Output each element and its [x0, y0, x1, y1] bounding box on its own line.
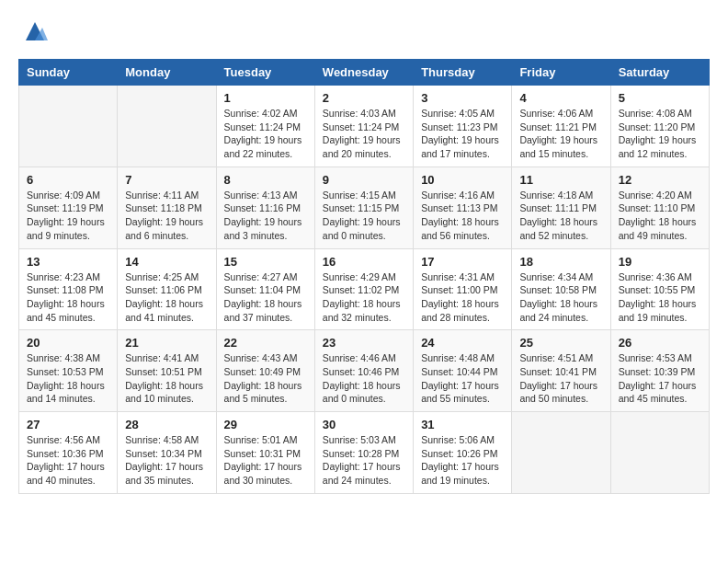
calendar-cell: 16 Sunrise: 4:29 AM Sunset: 11:02 PM Day…: [314, 248, 413, 330]
weekday-header-thursday: Thursday: [414, 60, 512, 86]
day-info: Sunrise: 4:38 AM Sunset: 10:53 PM Daylig…: [27, 351, 109, 406]
day-number: 27: [27, 418, 109, 431]
day-number: 8: [224, 173, 307, 187]
calendar-cell: 7 Sunrise: 4:11 AM Sunset: 11:18 PM Dayl…: [118, 167, 216, 248]
calendar-cell: 3 Sunrise: 4:05 AM Sunset: 11:23 PM Dayl…: [414, 86, 512, 167]
day-number: 26: [619, 336, 701, 350]
day-number: 17: [421, 255, 504, 269]
calendar-week-3: 13 Sunrise: 4:23 AM Sunset: 11:08 PM Day…: [19, 248, 710, 330]
calendar-week-4: 20 Sunrise: 4:38 AM Sunset: 10:53 PM Day…: [19, 330, 710, 412]
calendar-cell: 26 Sunrise: 4:53 AM Sunset: 10:39 PM Day…: [610, 330, 709, 412]
day-number: 12: [619, 173, 701, 187]
day-info: Sunrise: 4:48 AM Sunset: 10:44 PM Daylig…: [421, 351, 504, 406]
day-info: Sunrise: 4:53 AM Sunset: 10:39 PM Daylig…: [619, 351, 701, 406]
calendar-cell: 13 Sunrise: 4:23 AM Sunset: 11:08 PM Day…: [19, 248, 118, 330]
day-info: Sunrise: 4:08 AM Sunset: 11:20 PM Daylig…: [619, 107, 701, 161]
weekday-header-row: SundayMondayTuesdayWednesdayThursdayFrid…: [19, 60, 710, 86]
day-info: Sunrise: 4:05 AM Sunset: 11:23 PM Daylig…: [421, 107, 504, 161]
calendar-cell: 11 Sunrise: 4:18 AM Sunset: 11:11 PM Day…: [512, 167, 610, 248]
day-number: 24: [421, 336, 504, 350]
day-info: Sunrise: 4:02 AM Sunset: 11:24 PM Daylig…: [224, 107, 307, 161]
calendar-cell: 25 Sunrise: 4:51 AM Sunset: 10:41 PM Day…: [512, 330, 610, 412]
day-info: Sunrise: 4:15 AM Sunset: 11:15 PM Daylig…: [323, 189, 405, 243]
calendar-body: 1 Sunrise: 4:02 AM Sunset: 11:24 PM Dayl…: [19, 86, 710, 494]
day-info: Sunrise: 4:13 AM Sunset: 11:16 PM Daylig…: [224, 189, 307, 243]
calendar-cell: [118, 86, 216, 167]
calendar-week-1: 1 Sunrise: 4:02 AM Sunset: 11:24 PM Dayl…: [19, 86, 710, 167]
day-number: 20: [27, 336, 109, 350]
day-info: Sunrise: 4:58 AM Sunset: 10:34 PM Daylig…: [125, 433, 208, 488]
day-number: 21: [125, 336, 208, 350]
day-number: 14: [125, 255, 208, 269]
day-info: Sunrise: 4:06 AM Sunset: 11:21 PM Daylig…: [519, 107, 602, 161]
calendar-cell: 23 Sunrise: 4:46 AM Sunset: 10:46 PM Day…: [314, 330, 413, 412]
calendar-cell: 29 Sunrise: 5:01 AM Sunset: 10:31 PM Day…: [216, 412, 314, 494]
day-number: 16: [323, 255, 405, 269]
calendar-cell: 1 Sunrise: 4:02 AM Sunset: 11:24 PM Dayl…: [216, 86, 314, 167]
day-number: 6: [27, 173, 109, 187]
day-info: Sunrise: 4:18 AM Sunset: 11:11 PM Daylig…: [519, 189, 602, 243]
day-info: Sunrise: 4:51 AM Sunset: 10:41 PM Daylig…: [519, 351, 602, 406]
calendar-cell: 18 Sunrise: 4:34 AM Sunset: 10:58 PM Day…: [512, 248, 610, 330]
day-info: Sunrise: 4:46 AM Sunset: 10:46 PM Daylig…: [323, 351, 405, 406]
weekday-header-wednesday: Wednesday: [314, 60, 413, 86]
calendar-cell: 8 Sunrise: 4:13 AM Sunset: 11:16 PM Dayl…: [216, 167, 314, 248]
day-number: 5: [619, 91, 701, 105]
calendar-cell: 2 Sunrise: 4:03 AM Sunset: 11:24 PM Dayl…: [314, 86, 413, 167]
calendar-cell: 30 Sunrise: 5:03 AM Sunset: 10:28 PM Day…: [314, 412, 413, 494]
day-info: Sunrise: 4:29 AM Sunset: 11:02 PM Daylig…: [323, 270, 405, 325]
day-number: 18: [519, 255, 602, 269]
day-info: Sunrise: 4:27 AM Sunset: 11:04 PM Daylig…: [224, 270, 307, 325]
day-number: 7: [125, 173, 208, 187]
day-info: Sunrise: 4:25 AM Sunset: 11:06 PM Daylig…: [125, 270, 208, 325]
calendar-cell: 21 Sunrise: 4:41 AM Sunset: 10:51 PM Day…: [118, 330, 216, 412]
day-info: Sunrise: 4:36 AM Sunset: 10:55 PM Daylig…: [619, 270, 701, 325]
day-info: Sunrise: 4:23 AM Sunset: 11:08 PM Daylig…: [27, 270, 109, 325]
day-info: Sunrise: 5:06 AM Sunset: 10:26 PM Daylig…: [421, 433, 504, 488]
calendar-cell: 4 Sunrise: 4:06 AM Sunset: 11:21 PM Dayl…: [512, 86, 610, 167]
calendar-cell: 24 Sunrise: 4:48 AM Sunset: 10:44 PM Day…: [414, 330, 512, 412]
day-number: 25: [519, 336, 602, 350]
day-number: 30: [323, 418, 405, 431]
calendar-cell: 5 Sunrise: 4:08 AM Sunset: 11:20 PM Dayl…: [610, 86, 709, 167]
day-number: 22: [224, 336, 307, 350]
day-info: Sunrise: 4:41 AM Sunset: 10:51 PM Daylig…: [125, 351, 208, 406]
day-number: 28: [125, 418, 208, 431]
day-number: 2: [323, 91, 405, 105]
day-info: Sunrise: 4:11 AM Sunset: 11:18 PM Daylig…: [125, 189, 208, 243]
page-header: [18, 18, 710, 44]
calendar-table: SundayMondayTuesdayWednesdayThursdayFrid…: [18, 59, 710, 494]
day-info: Sunrise: 4:16 AM Sunset: 11:13 PM Daylig…: [421, 189, 504, 243]
day-number: 10: [421, 173, 504, 187]
day-number: 9: [323, 173, 405, 187]
weekday-header-monday: Monday: [118, 60, 216, 86]
day-info: Sunrise: 4:34 AM Sunset: 10:58 PM Daylig…: [519, 270, 602, 325]
day-info: Sunrise: 4:56 AM Sunset: 10:36 PM Daylig…: [27, 433, 109, 488]
day-number: 29: [224, 418, 307, 431]
day-number: 3: [421, 91, 504, 105]
logo: [18, 18, 48, 44]
calendar-cell: 9 Sunrise: 4:15 AM Sunset: 11:15 PM Dayl…: [314, 167, 413, 248]
calendar-cell: 20 Sunrise: 4:38 AM Sunset: 10:53 PM Day…: [19, 330, 118, 412]
calendar-cell: 28 Sunrise: 4:58 AM Sunset: 10:34 PM Day…: [118, 412, 216, 494]
day-number: 13: [27, 255, 109, 269]
weekday-header-friday: Friday: [512, 60, 610, 86]
calendar-cell: 31 Sunrise: 5:06 AM Sunset: 10:26 PM Day…: [414, 412, 512, 494]
logo-icon: [22, 18, 48, 44]
calendar-cell: 12 Sunrise: 4:20 AM Sunset: 11:10 PM Day…: [610, 167, 709, 248]
day-info: Sunrise: 4:43 AM Sunset: 10:49 PM Daylig…: [224, 351, 307, 406]
weekday-header-tuesday: Tuesday: [216, 60, 314, 86]
weekday-header-saturday: Saturday: [610, 60, 709, 86]
calendar-cell: 27 Sunrise: 4:56 AM Sunset: 10:36 PM Day…: [19, 412, 118, 494]
calendar-cell: [19, 86, 118, 167]
calendar-header: SundayMondayTuesdayWednesdayThursdayFrid…: [19, 60, 710, 86]
day-number: 1: [224, 91, 307, 105]
weekday-header-sunday: Sunday: [19, 60, 118, 86]
day-number: 23: [323, 336, 405, 350]
calendar-cell: 17 Sunrise: 4:31 AM Sunset: 11:00 PM Day…: [414, 248, 512, 330]
day-number: 11: [519, 173, 602, 187]
calendar-week-5: 27 Sunrise: 4:56 AM Sunset: 10:36 PM Day…: [19, 412, 710, 494]
day-number: 4: [519, 91, 602, 105]
calendar-cell: 22 Sunrise: 4:43 AM Sunset: 10:49 PM Day…: [216, 330, 314, 412]
day-info: Sunrise: 4:20 AM Sunset: 11:10 PM Daylig…: [619, 189, 701, 243]
